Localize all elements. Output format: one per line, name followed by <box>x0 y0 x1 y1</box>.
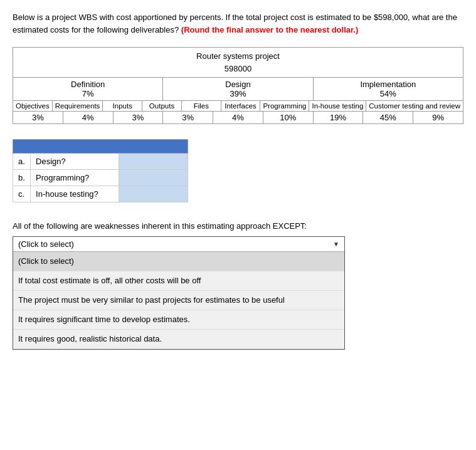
wbs-pct-inhouse: 45% <box>363 112 413 123</box>
answer-table: a. Design? b. Programming? c. In-house t… <box>13 139 188 202</box>
mc-option-1[interactable]: If total cost estimate is off, all other… <box>13 271 344 291</box>
answer-row-a: a. Design? <box>13 154 188 170</box>
answer-label-b: b. <box>13 170 31 186</box>
wbs-pct-row: 3% 4% 3% 3% 4% 10% 19% 45% 9% <box>13 112 463 123</box>
answer-table-header <box>13 140 188 154</box>
mc-label: All of the following are weaknesses inhe… <box>13 220 463 233</box>
wbs-section-implementation: Implementation 54% <box>314 78 463 100</box>
wbs-section-design-name: Design <box>167 80 309 89</box>
wbs-item-inhouse: In-house testing <box>309 101 366 111</box>
wbs-pct-programming: 19% <box>314 112 364 123</box>
wbs-project-name: Router systems project <box>16 50 460 63</box>
wbs-table: Router systems project 598000 Definition… <box>13 47 463 124</box>
wbs-item-objectives: Objectives <box>13 101 53 111</box>
mc-selected-value: (Click to select) <box>18 239 74 249</box>
wbs-section-design: Design 39% <box>163 78 313 100</box>
wbs-item-requirements: Requirements <box>53 101 103 111</box>
wbs-pct-requirements: 4% <box>63 112 114 123</box>
wbs-pct-customer: 9% <box>413 112 463 123</box>
answer-header-cell <box>13 140 188 154</box>
wbs-item-inputs: Inputs <box>103 101 142 111</box>
wbs-section-definition: Definition 7% <box>13 78 163 100</box>
wbs-section-definition-pct: 7% <box>17 89 159 98</box>
wbs-section-impl-name: Implementation <box>317 80 459 89</box>
mc-option-4[interactable]: It requires good, realistic historical d… <box>13 330 344 349</box>
answer-question-b: Programming? <box>31 170 119 186</box>
wbs-total-cost: 598000 <box>16 63 460 75</box>
wbs-item-customer: Customer testing and review <box>366 101 463 111</box>
answer-input-a[interactable] <box>124 157 182 166</box>
wbs-items-row: Objectives Requirements Inputs Outputs F… <box>13 101 463 112</box>
wbs-pct-interfaces: 10% <box>263 112 314 123</box>
wbs-pct-outputs: 3% <box>163 112 213 123</box>
answer-input-c[interactable] <box>124 189 182 199</box>
wbs-item-files: Files <box>182 101 221 111</box>
mc-option-2[interactable]: The project must be very similar to past… <box>13 291 344 310</box>
answer-row-c: c. In-house testing? <box>13 186 188 202</box>
mc-option-0[interactable]: (Click to select) <box>13 252 344 271</box>
wbs-pct-files: 4% <box>213 112 263 123</box>
mc-dropdown-options: (Click to select) If total cost estimate… <box>13 252 344 350</box>
wbs-title: Router systems project 598000 <box>13 48 463 78</box>
mc-select-trigger[interactable]: (Click to select) ▼ <box>13 237 344 252</box>
chevron-down-icon: ▼ <box>333 241 339 248</box>
answer-input-b[interactable] <box>124 173 182 182</box>
answer-label-a: a. <box>13 154 31 170</box>
mc-select[interactable]: (Click to select) ▼ (Click to select) If… <box>13 236 345 350</box>
answer-question-c: In-house testing? <box>31 186 119 202</box>
wbs-item-interfaces: Interfaces <box>221 101 261 111</box>
wbs-section-design-pct: 39% <box>167 89 309 98</box>
answer-question-a: Design? <box>31 154 119 170</box>
answer-row-b: b. Programming? <box>13 170 188 186</box>
wbs-section-impl-pct: 54% <box>317 89 459 98</box>
wbs-section-definition-name: Definition <box>17 80 159 89</box>
answer-value-b[interactable] <box>119 170 188 186</box>
wbs-item-outputs: Outputs <box>142 101 182 111</box>
answer-value-c[interactable] <box>119 186 188 202</box>
answer-label-c: c. <box>13 186 31 202</box>
wbs-pct-inputs: 3% <box>114 112 164 123</box>
answer-value-a[interactable] <box>119 154 188 170</box>
wbs-sections-row: Definition 7% Design 39% Implementation … <box>13 78 463 101</box>
mc-option-3[interactable]: It requires significant time to develop … <box>13 310 344 330</box>
intro-text2: (Round the final answer to the nearest d… <box>181 25 358 34</box>
wbs-item-programming: Programming <box>260 101 309 111</box>
wbs-pct-objectives: 3% <box>13 112 63 123</box>
intro-paragraph: Below is a project WBS with cost apporti… <box>13 11 463 36</box>
